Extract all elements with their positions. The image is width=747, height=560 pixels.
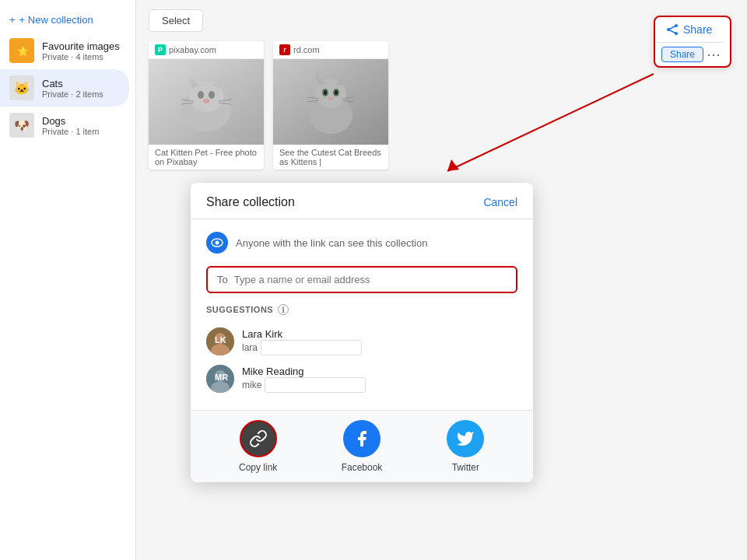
image-caption-1: Cat Kitten Pet - Free photo on Pixabay — [149, 145, 264, 170]
modal-header: Share collection Cancel — [191, 183, 533, 219]
image-source-1: P pixabay.com — [149, 41, 264, 59]
dogs-text: Dogs Private · 1 item — [42, 115, 120, 136]
cats-icon: 🐱 — [9, 75, 34, 100]
select-button[interactable]: Select — [149, 9, 203, 32]
svg-line-36 — [668, 30, 676, 33]
lara-email-container: lara — [242, 340, 517, 355]
suggestions-info-icon[interactable]: ℹ — [278, 304, 289, 315]
twitter-icon — [456, 429, 475, 448]
copy-link-icon — [249, 429, 268, 448]
svg-text:🐱: 🐱 — [14, 81, 30, 96]
sidebar-item-cats[interactable]: 🐱 Cats Private · 2 items — [0, 69, 129, 107]
mike-avatar: MR — [206, 365, 234, 393]
svg-point-27 — [328, 97, 333, 100]
mike-email-container: mike — [242, 377, 517, 393]
eye-icon — [211, 236, 223, 249]
visibility-icon — [206, 232, 228, 254]
to-input[interactable] — [234, 274, 507, 285]
image-card-2[interactable]: r rd.com — [273, 41, 388, 170]
copy-link-icon-bg — [240, 420, 277, 457]
more-options-button[interactable]: ⋯ — [703, 46, 724, 63]
copy-link-action[interactable]: Copy link — [206, 420, 310, 473]
share-modal: Share collection Cancel Anyone with the … — [191, 183, 533, 482]
sidebar: + + New collection ⭐ Favourite images Pr… — [0, 0, 136, 560]
cats-text: Cats Private · 2 items — [42, 78, 120, 99]
lara-avatar-img: LK — [206, 327, 234, 355]
modal-title: Share collection — [206, 195, 295, 209]
facebook-icon-bg — [343, 420, 381, 457]
lara-email-input[interactable] — [261, 340, 362, 355]
svg-point-25 — [324, 90, 327, 95]
sidebar-item-dogs[interactable]: 🐶 Dogs Private · 1 item — [0, 107, 129, 144]
rd-favicon: r — [279, 44, 290, 55]
visibility-text: Anyone with the link can see this collec… — [236, 237, 427, 249]
dogs-icon: 🐶 — [9, 113, 34, 138]
image-caption-2: See the Cutest Cat Breeds as Kittens | — [273, 145, 388, 170]
svg-text:MR: MR — [215, 373, 228, 382]
suggestion-lara-kirk[interactable]: LK Lara Kirk lara — [206, 323, 517, 360]
copy-link-label: Copy link — [239, 462, 277, 473]
svg-point-26 — [335, 90, 338, 95]
favourite-images-text: Favourite images Private · 4 items — [42, 40, 120, 61]
svg-point-11 — [198, 91, 204, 99]
new-collection-label: + New collection — [19, 14, 93, 26]
share-sub-button[interactable]: Share — [661, 47, 703, 62]
svg-text:🐶: 🐶 — [14, 118, 30, 133]
sidebar-item-favourite-images[interactable]: ⭐ Favourite images Private · 4 items — [0, 32, 129, 69]
cat-image-1 — [149, 59, 264, 145]
svg-text:⭐: ⭐ — [17, 45, 29, 57]
svg-line-35 — [668, 26, 676, 30]
svg-point-12 — [209, 91, 215, 99]
lara-info: Lara Kirk lara — [242, 328, 517, 355]
image-card-1[interactable]: P pixabay.com — [149, 41, 264, 170]
mike-email-input[interactable] — [265, 377, 366, 393]
mike-avatar-img: MR — [206, 365, 234, 393]
new-collection-button[interactable]: + + New collection — [0, 8, 135, 32]
share-main-label: Share — [683, 23, 712, 36]
share-button-container: Share Share ⋯ — [654, 16, 731, 68]
image-source-2: r rd.com — [273, 41, 388, 59]
plus-icon: + — [9, 14, 16, 26]
suggestions-label: SUGGESTIONS ℹ — [206, 304, 517, 315]
twitter-label: Twitter — [452, 462, 479, 473]
share-sub-row: Share ⋯ — [655, 43, 730, 66]
share-icon — [666, 23, 679, 36]
share-main-button[interactable]: Share — [655, 17, 723, 43]
favourite-images-icon: ⭐ — [9, 38, 34, 63]
visibility-row: Anyone with the link can see this collec… — [206, 232, 517, 254]
pixabay-favicon: P — [155, 44, 166, 55]
twitter-action[interactable]: Twitter — [414, 420, 517, 473]
facebook-icon — [352, 429, 371, 448]
facebook-label: Facebook — [342, 462, 383, 473]
cat-image-2 — [273, 59, 388, 145]
suggestion-mike-reading[interactable]: MR Mike Reading mike — [206, 360, 517, 397]
images-grid: P pixabay.com — [149, 41, 735, 170]
facebook-action[interactable]: Facebook — [310, 420, 413, 473]
to-input-container[interactable]: To — [206, 266, 517, 293]
mike-info: Mike Reading mike — [242, 366, 517, 393]
to-label: To — [217, 274, 228, 285]
modal-body: Anyone with the link can see this collec… — [191, 219, 533, 410]
twitter-icon-bg — [447, 420, 484, 457]
svg-point-40 — [216, 241, 219, 245]
toolbar: Select — [149, 9, 735, 32]
more-icon: ⋯ — [707, 47, 721, 62]
svg-point-13 — [203, 99, 209, 103]
svg-text:LK: LK — [215, 335, 226, 345]
lara-avatar: LK — [206, 327, 234, 355]
modal-cancel-button[interactable]: Cancel — [483, 196, 517, 208]
modal-footer: Copy link Facebook Twitter — [191, 410, 533, 482]
